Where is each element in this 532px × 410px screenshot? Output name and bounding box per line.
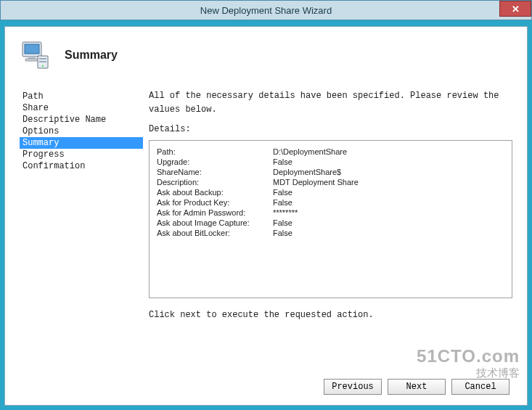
watermark: 51CTO.com 技术博客 bbox=[417, 346, 520, 380]
detail-value: False bbox=[273, 218, 361, 228]
detail-row: Ask about Backup:False bbox=[157, 187, 361, 197]
close-icon: ✕ bbox=[512, 4, 520, 15]
nav-item-summary[interactable]: Summary bbox=[20, 137, 143, 149]
svg-rect-1 bbox=[25, 44, 39, 54]
detail-row: ShareName:DeploymentShare$ bbox=[157, 167, 361, 177]
detail-key: Path: bbox=[157, 147, 273, 157]
nav-item-progress[interactable]: Progress bbox=[20, 149, 143, 160]
detail-value: MDT Deployment Share bbox=[273, 177, 361, 187]
detail-key: Upgrade: bbox=[157, 157, 273, 167]
detail-row: Upgrade:False bbox=[157, 157, 361, 167]
detail-value: False bbox=[273, 157, 361, 167]
svg-point-7 bbox=[42, 65, 44, 67]
page-title: Summary bbox=[65, 49, 118, 62]
footer-text: Click next to execute the requested acti… bbox=[149, 310, 512, 320]
detail-row: Ask for Admin Password:******** bbox=[157, 208, 361, 218]
main-pane: All of the necessary details have been s… bbox=[143, 86, 512, 320]
close-button[interactable]: ✕ bbox=[499, 1, 531, 17]
detail-row: Path:D:\DeploymentShare bbox=[157, 147, 361, 157]
nav-item-options[interactable]: Options bbox=[20, 126, 143, 137]
detail-row: Description:MDT Deployment Share bbox=[157, 177, 361, 187]
nav-item-share[interactable]: Share bbox=[20, 102, 143, 114]
detail-value: False bbox=[273, 187, 361, 197]
detail-key: Description: bbox=[157, 177, 273, 187]
svg-rect-6 bbox=[39, 61, 46, 62]
nav-item-descriptive-name[interactable]: Descriptive Name bbox=[20, 114, 143, 126]
computer-share-icon bbox=[20, 40, 52, 70]
previous-button[interactable]: Previous bbox=[324, 379, 382, 395]
nav-item-path[interactable]: Path bbox=[20, 91, 143, 102]
wizard-header: Summary bbox=[5, 27, 527, 86]
detail-value: False bbox=[273, 228, 361, 238]
detail-row: Ask for Product Key:False bbox=[157, 197, 361, 208]
detail-row: Ask about BitLocker:False bbox=[157, 228, 361, 238]
detail-key: Ask about Backup: bbox=[157, 187, 273, 197]
details-box[interactable]: Path:D:\DeploymentShareUpgrade:FalseShar… bbox=[149, 140, 512, 298]
detail-value: False bbox=[273, 197, 361, 208]
detail-key: Ask about Image Capture: bbox=[157, 218, 273, 228]
detail-key: Ask about BitLocker: bbox=[157, 228, 273, 238]
details-table: Path:D:\DeploymentShareUpgrade:FalseShar… bbox=[157, 147, 361, 238]
wizard-nav: PathShareDescriptive NameOptionsSummaryP… bbox=[20, 86, 143, 320]
detail-key: Ask for Admin Password: bbox=[157, 208, 273, 218]
content-area: PathShareDescriptive NameOptionsSummaryP… bbox=[5, 86, 527, 320]
details-label: Details: bbox=[149, 124, 512, 134]
window-title: New Deployment Share Wizard bbox=[200, 5, 332, 16]
wizard-body: Summary PathShareDescriptive NameOptions… bbox=[4, 26, 528, 406]
detail-key: ShareName: bbox=[157, 167, 273, 177]
detail-value: DeploymentShare$ bbox=[273, 167, 361, 177]
detail-value: D:\DeploymentShare bbox=[273, 147, 361, 157]
detail-value: ******** bbox=[273, 208, 361, 218]
nav-item-confirmation[interactable]: Confirmation bbox=[20, 160, 143, 172]
watermark-line1: 51CTO.com bbox=[417, 346, 520, 366]
intro-text: All of the necessary details have been s… bbox=[149, 86, 512, 117]
cancel-button[interactable]: Cancel bbox=[451, 379, 510, 395]
svg-rect-5 bbox=[39, 58, 46, 60]
titlebar: New Deployment Share Wizard ✕ bbox=[0, 0, 532, 20]
button-bar: Previous Next Cancel bbox=[324, 379, 510, 395]
svg-rect-3 bbox=[25, 59, 38, 61]
detail-key: Ask for Product Key: bbox=[157, 197, 273, 208]
next-button[interactable]: Next bbox=[388, 379, 446, 395]
detail-row: Ask about Image Capture:False bbox=[157, 218, 361, 228]
